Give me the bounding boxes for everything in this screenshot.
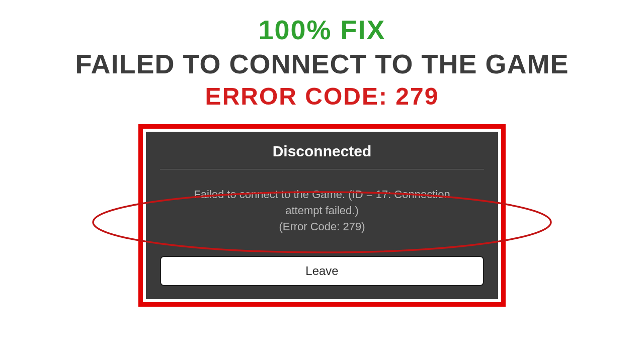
dialog-body-line2: attempt failed.) [285,204,359,217]
heading-fix: 100% FIX [75,14,569,45]
dialog-wrapper: Disconnected Failed to connect to the Ga… [138,124,506,307]
dialog-title: Disconnected [160,143,484,169]
heading-failed: FAILED TO CONNECT TO THE GAME [75,48,569,79]
heading-error: ERROR CODE: 279 [75,82,569,110]
disconnect-dialog: Disconnected Failed to connect to the Ga… [146,132,498,299]
thumbnail-headings: 100% FIX FAILED TO CONNECT TO THE GAME E… [75,14,569,110]
highlight-border: Disconnected Failed to connect to the Ga… [138,124,506,307]
dialog-body-line1: Failed to connect to the Game. (ID = 17:… [194,188,450,201]
dialog-body-line3: (Error Code: 279) [279,220,365,233]
leave-button[interactable]: Leave [160,256,484,286]
dialog-body: Failed to connect to the Game. (ID = 17:… [160,169,484,256]
